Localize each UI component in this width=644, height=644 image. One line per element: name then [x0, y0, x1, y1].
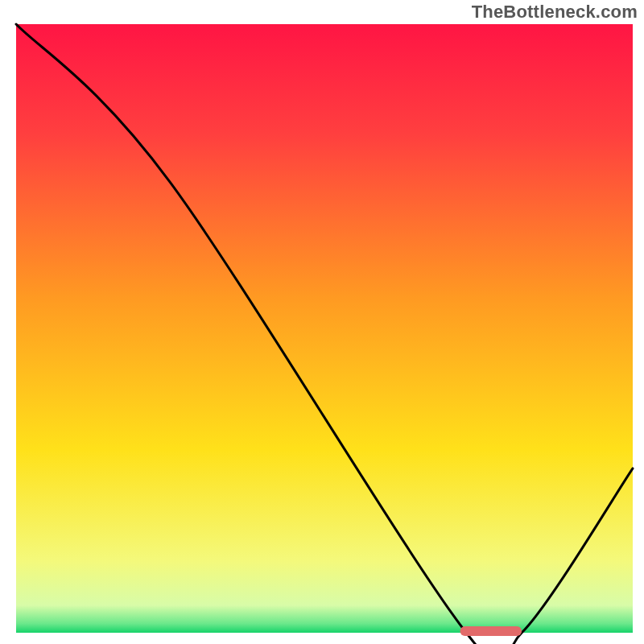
optimal-marker	[460, 626, 522, 636]
plot-background	[16, 24, 633, 633]
chart-svg	[0, 0, 644, 644]
chart-container: TheBottleneck.com	[0, 0, 644, 644]
watermark: TheBottleneck.com	[472, 2, 638, 23]
